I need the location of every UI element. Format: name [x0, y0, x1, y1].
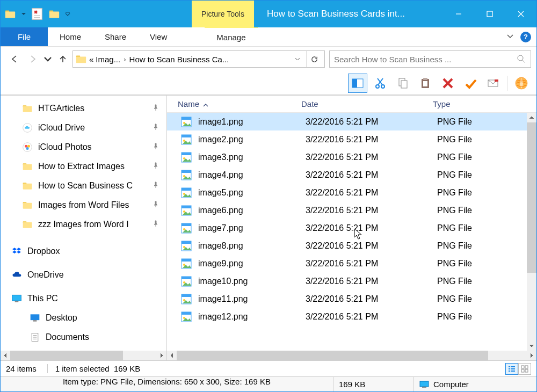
rename-button[interactable] — [461, 74, 480, 93]
address-bar[interactable]: « Imag... › How to Scan Business Ca... — [72, 50, 325, 68]
sidebar-item-documents[interactable]: Documents — [1, 328, 166, 347]
cut-button[interactable] — [371, 74, 390, 93]
file-row[interactable]: image11.png3/22/2016 5:21 PMPNG File — [167, 290, 527, 308]
copy-button[interactable] — [393, 74, 412, 93]
horizontal-scrollbar[interactable] — [167, 351, 536, 360]
file-row[interactable]: image10.png3/22/2016 5:21 PMPNG File — [167, 272, 527, 290]
sidebar-item[interactable]: iCloud Photos — [1, 137, 166, 157]
sidebar-item[interactable]: zzz Images from Word I — [1, 215, 166, 234]
ribbon-collapse-icon[interactable] — [505, 31, 515, 43]
column-header-name[interactable]: Name — [178, 99, 301, 108]
file-row[interactable]: image9.png3/22/2016 5:21 PMPNG File — [167, 255, 527, 272]
tab-home[interactable]: Home — [48, 27, 93, 46]
pin-icon — [152, 104, 159, 113]
file-row[interactable]: image3.png3/22/2016 5:21 PMPNG File — [167, 148, 527, 166]
minimize-button[interactable] — [443, 1, 474, 27]
email-button[interactable] — [483, 74, 503, 93]
scrollbar-thumb[interactable] — [10, 351, 123, 360]
file-row[interactable]: image12.png3/22/2016 5:21 PMPNG File — [167, 308, 527, 325]
up-button[interactable] — [54, 50, 71, 68]
svg-rect-47 — [33, 320, 37, 322]
sidebar-item[interactable]: How to Scan Business C — [1, 176, 166, 195]
scroll-left-icon[interactable] — [1, 351, 10, 360]
qat-new-folder-icon[interactable] — [47, 6, 62, 21]
file-row[interactable]: image6.png3/22/2016 5:21 PMPNG File — [167, 201, 527, 219]
tab-manage[interactable]: Manage — [205, 27, 257, 46]
contextual-tab-picture-tools[interactable]: Picture Tools — [192, 1, 254, 27]
svg-rect-62 — [182, 170, 191, 173]
address-history-dropdown[interactable] — [291, 51, 304, 67]
file-row[interactable]: image2.png3/22/2016 5:21 PMPNG File — [167, 130, 527, 148]
file-type: PNG File — [437, 312, 527, 322]
sidebar-item-label: OneDrive — [27, 270, 64, 280]
file-name: image10.png — [198, 277, 306, 286]
details-view-button[interactable] — [505, 363, 518, 375]
search-box[interactable] — [329, 50, 531, 68]
file-row[interactable]: image5.png3/22/2016 5:21 PMPNG File — [167, 184, 527, 201]
tab-file[interactable]: File — [1, 27, 48, 46]
preview-pane-button[interactable] — [348, 74, 367, 93]
column-header-date[interactable]: Date — [301, 99, 433, 108]
file-name: image6.png — [198, 206, 306, 215]
file-row[interactable]: image8.png3/22/2016 5:21 PMPNG File — [167, 237, 527, 255]
help-icon[interactable]: ? — [520, 32, 531, 42]
paste-button[interactable] — [416, 74, 435, 93]
search-icon[interactable] — [517, 54, 526, 64]
qat-folder-dropdown[interactable] — [20, 11, 27, 17]
scrollbar-thumb[interactable] — [527, 122, 536, 273]
scrollbar-thumb[interactable] — [177, 351, 488, 360]
svg-rect-99 — [422, 387, 426, 388]
scroll-left-icon[interactable] — [167, 351, 177, 360]
column-header-type[interactable]: Type — [433, 99, 536, 108]
breadcrumb-prefix[interactable]: « — [89, 55, 93, 64]
sidebar-item-desktop[interactable]: Desktop — [1, 308, 166, 328]
sidebar-horizontal-scrollbar[interactable] — [1, 351, 166, 360]
svg-point-60 — [183, 157, 185, 159]
sidebar-item-onedrive[interactable]: OneDrive — [1, 265, 166, 285]
sidebar-item[interactable]: iCloud Drive — [1, 118, 166, 137]
breadcrumb-separator[interactable]: › — [122, 55, 127, 63]
breadcrumb-item-2[interactable]: How to Scan Business Ca... — [129, 55, 229, 64]
forward-button[interactable] — [24, 50, 41, 68]
delete-button[interactable] — [438, 74, 458, 93]
sidebar-item-this-pc[interactable]: This PC — [1, 289, 166, 308]
file-row[interactable]: image7.png3/22/2016 5:21 PMPNG File — [167, 219, 527, 237]
image-file-icon — [181, 276, 192, 287]
qat-properties-icon[interactable] — [30, 6, 45, 21]
qat-folder-icon[interactable] — [3, 6, 18, 21]
toolbar-separator — [507, 76, 507, 91]
group-icon — [11, 246, 22, 257]
svg-rect-41 — [23, 203, 32, 209]
close-button[interactable] — [505, 1, 536, 27]
scroll-down-icon[interactable] — [527, 341, 536, 351]
sidebar-item-dropbox[interactable]: Dropbox — [1, 242, 166, 261]
scroll-right-icon[interactable] — [527, 351, 536, 360]
file-name: image8.png — [198, 241, 306, 251]
file-type: PNG File — [437, 277, 527, 286]
tab-view[interactable]: View — [138, 27, 179, 46]
maximize-button[interactable] — [474, 1, 505, 27]
qat-customize-dropdown[interactable] — [64, 11, 71, 17]
sort-asc-icon — [202, 101, 209, 107]
file-name: image4.png — [198, 170, 306, 180]
file-date: 3/22/2016 5:21 PM — [306, 188, 437, 198]
sidebar-item[interactable]: HTGArticles — [1, 99, 166, 118]
thumbnails-view-button[interactable] — [518, 363, 531, 375]
scroll-right-icon[interactable] — [157, 351, 166, 360]
vertical-scrollbar[interactable] — [527, 113, 536, 351]
search-input[interactable] — [334, 55, 517, 64]
sidebar-item-label: iCloud Drive — [38, 123, 85, 133]
sidebar-item[interactable]: Images from Word Files — [1, 195, 166, 215]
breadcrumb-item-1[interactable]: Imag... — [96, 55, 120, 64]
refresh-button[interactable] — [306, 51, 322, 67]
tab-share[interactable]: Share — [93, 27, 138, 46]
classic-shell-button[interactable] — [512, 74, 531, 93]
history-dropdown[interactable] — [42, 50, 53, 68]
sidebar-item-label: Desktop — [46, 313, 77, 323]
back-button[interactable] — [6, 50, 23, 68]
sidebar-item[interactable]: How to Extract Images — [1, 157, 166, 176]
file-row[interactable]: image1.png3/22/2016 5:21 PMPNG File — [167, 113, 527, 130]
svg-rect-44 — [12, 295, 21, 301]
file-row[interactable]: image4.png3/22/2016 5:21 PMPNG File — [167, 166, 527, 184]
scroll-up-icon[interactable] — [527, 113, 536, 122]
